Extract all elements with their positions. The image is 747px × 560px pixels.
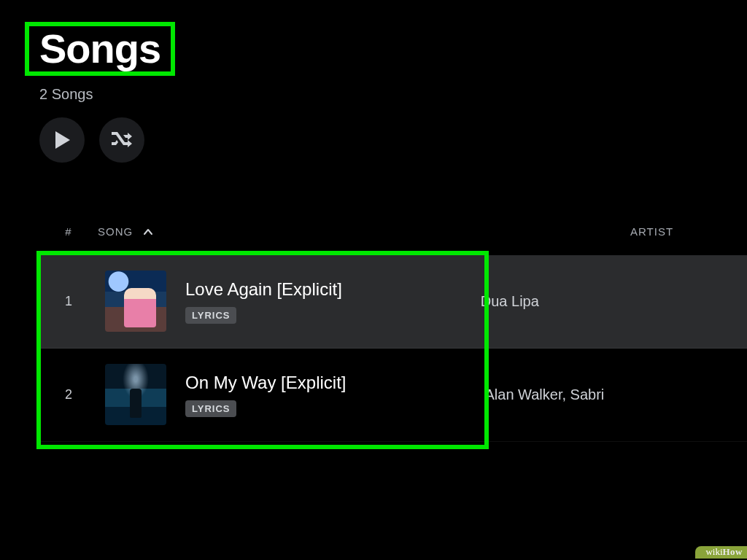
songs-page: Songs 2 Songs # SONG ARTIST 1 L (0, 0, 747, 442)
song-count-label: 2 Songs (39, 86, 747, 103)
play-button[interactable] (39, 117, 85, 163)
row-index: 1 (39, 294, 98, 309)
wikihow-watermark: wikiHow (695, 546, 747, 559)
lyrics-badge: LYRICS (185, 307, 236, 324)
row-index: 2 (39, 387, 98, 402)
watermark-part2: How (723, 546, 743, 557)
songs-table-body: 1 Love Again [Explicit] LYRICS Dua Lipa … (39, 255, 747, 442)
song-title: On My Way [Explicit] (185, 373, 346, 393)
album-art (105, 271, 166, 332)
column-header-song[interactable]: SONG (98, 225, 492, 238)
song-artist: Alan Walker, Sabri (346, 386, 604, 403)
table-row[interactable]: 2 On My Way [Explicit] LYRICS Alan Walke… (39, 349, 747, 442)
shuffle-icon (111, 131, 133, 149)
shuffle-button[interactable] (99, 117, 144, 163)
song-meta: Love Again [Explicit] LYRICS (185, 279, 342, 324)
song-artist: Dua Lipa (342, 293, 539, 310)
playback-controls (39, 117, 747, 163)
sort-ascending-icon (143, 225, 153, 238)
watermark-part1: wiki (705, 546, 722, 557)
play-icon (54, 131, 70, 149)
title-highlight-annotation: Songs (25, 22, 175, 76)
album-art (105, 364, 166, 425)
lyrics-badge: LYRICS (185, 400, 236, 417)
song-meta: On My Way [Explicit] LYRICS (185, 373, 346, 417)
table-row[interactable]: 1 Love Again [Explicit] LYRICS Dua Lipa (39, 255, 747, 349)
column-header-index[interactable]: # (39, 225, 98, 238)
song-title: Love Again [Explicit] (185, 279, 342, 300)
column-header-artist[interactable]: ARTIST (492, 225, 747, 238)
page-title: Songs (39, 26, 160, 71)
column-header-song-label: SONG (98, 225, 133, 238)
songs-table-header: # SONG ARTIST (39, 225, 747, 238)
